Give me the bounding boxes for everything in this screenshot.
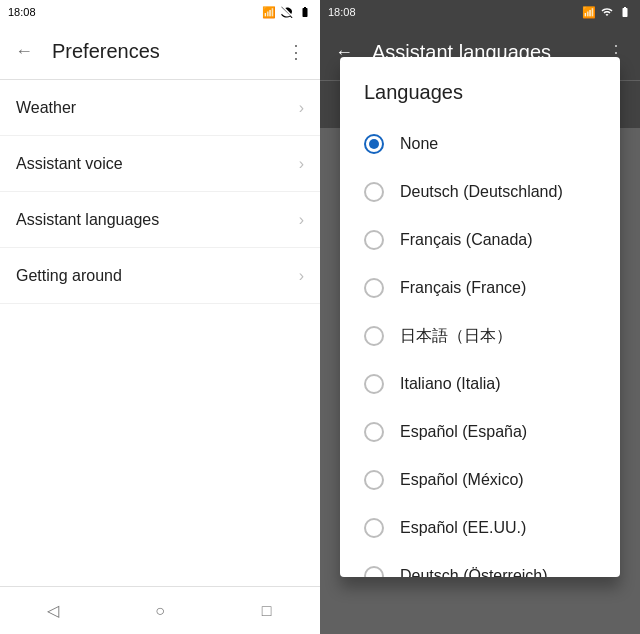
getting-around-chevron-icon: ›: [299, 267, 304, 285]
dialog-list: None Deutsch (Deutschland) Français (Can…: [340, 112, 620, 577]
language-label-japanese: 日本語（日本）: [400, 326, 512, 347]
left-back-button[interactable]: ←: [4, 32, 44, 72]
right-panel: 18:08 📶 ← Assistant languages ⋮ Language…: [320, 0, 640, 634]
language-label-deutsch-at: Deutsch (Österreich): [400, 567, 548, 577]
language-item-italiano[interactable]: Italiano (Italia): [340, 360, 620, 408]
left-battery-icon: [298, 6, 312, 18]
left-signal-icon: 📶: [262, 6, 276, 19]
language-item-espanol-mx[interactable]: Español (México): [340, 456, 620, 504]
radio-japanese: [364, 326, 384, 346]
menu-item-weather-label: Weather: [16, 99, 76, 117]
language-label-italiano: Italiano (Italia): [400, 375, 501, 393]
menu-item-assistant-languages[interactable]: Assistant languages ›: [0, 192, 320, 248]
language-label-francais-fr: Français (France): [400, 279, 526, 297]
language-label-francais-ca: Français (Canada): [400, 231, 533, 249]
menu-item-assistant-voice-label: Assistant voice: [16, 155, 123, 173]
radio-none: [364, 134, 384, 154]
left-bottom-nav: ◁ ○ □: [0, 586, 320, 634]
menu-item-weather[interactable]: Weather ›: [0, 80, 320, 136]
radio-deutsch-de: [364, 182, 384, 202]
language-item-francais-fr[interactable]: Français (France): [340, 264, 620, 312]
language-label-espanol-us: Español (EE.UU.): [400, 519, 526, 537]
radio-espanol-es: [364, 422, 384, 442]
left-nav-recent[interactable]: □: [243, 587, 291, 635]
left-time: 18:08: [8, 6, 36, 18]
menu-item-getting-around-label: Getting around: [16, 267, 122, 285]
left-nav-back[interactable]: ◁: [29, 587, 77, 635]
left-menu-content: Weather › Assistant voice › Assistant la…: [0, 80, 320, 586]
weather-chevron-icon: ›: [299, 99, 304, 117]
language-item-none[interactable]: None: [340, 120, 620, 168]
radio-italiano: [364, 374, 384, 394]
language-item-japanese[interactable]: 日本語（日本）: [340, 312, 620, 360]
left-status-bar: 18:08 📶: [0, 0, 320, 24]
radio-espanol-mx: [364, 470, 384, 490]
left-app-bar: ← Preferences ⋮: [0, 24, 320, 80]
radio-francais-ca: [364, 230, 384, 250]
menu-item-assistant-voice[interactable]: Assistant voice ›: [0, 136, 320, 192]
dialog-title: Languages: [340, 57, 620, 112]
language-item-deutsch-de[interactable]: Deutsch (Deutschland): [340, 168, 620, 216]
language-item-espanol-us[interactable]: Español (EE.UU.): [340, 504, 620, 552]
left-panel: 18:08 📶 ← Preferences ⋮ Weather › Assist…: [0, 0, 320, 634]
language-item-deutsch-at[interactable]: Deutsch (Österreich): [340, 552, 620, 577]
radio-francais-fr: [364, 278, 384, 298]
radio-espanol-us: [364, 518, 384, 538]
language-item-espanol-es[interactable]: Español (España): [340, 408, 620, 456]
language-label-espanol-es: Español (España): [400, 423, 527, 441]
language-label-deutsch-de: Deutsch (Deutschland): [400, 183, 563, 201]
menu-item-getting-around[interactable]: Getting around ›: [0, 248, 320, 304]
left-title: Preferences: [52, 40, 276, 63]
language-label-espanol-mx: Español (México): [400, 471, 524, 489]
language-label-none: None: [400, 135, 438, 153]
left-wifi-icon: [280, 6, 294, 18]
menu-item-assistant-languages-label: Assistant languages: [16, 211, 159, 229]
dialog-overlay: Languages None Deutsch (Deutschland) Fra…: [320, 0, 640, 634]
left-nav-home[interactable]: ○: [136, 587, 184, 635]
radio-deutsch-at: [364, 566, 384, 577]
left-more-button[interactable]: ⋮: [276, 32, 316, 72]
assistant-voice-chevron-icon: ›: [299, 155, 304, 173]
assistant-languages-chevron-icon: ›: [299, 211, 304, 229]
languages-dialog: Languages None Deutsch (Deutschland) Fra…: [340, 57, 620, 577]
language-item-francais-ca[interactable]: Français (Canada): [340, 216, 620, 264]
left-status-icons: 📶: [262, 6, 312, 19]
